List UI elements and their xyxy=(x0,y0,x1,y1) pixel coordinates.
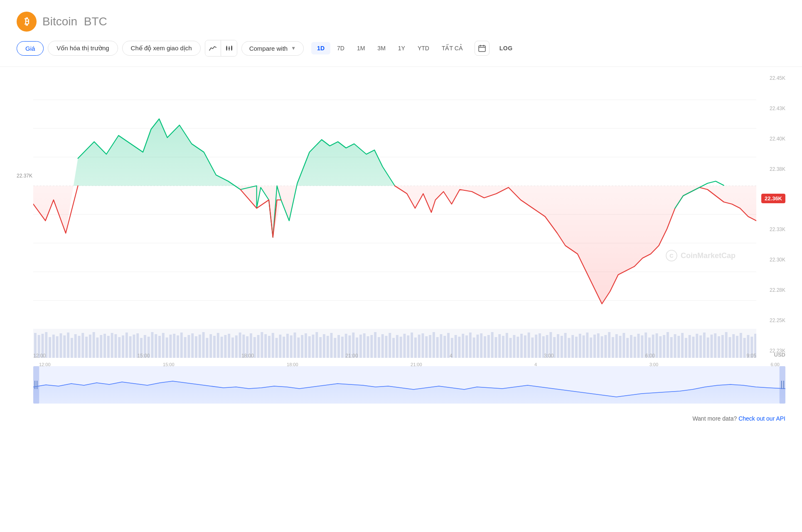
y-label-6: 22.30K xyxy=(756,257,785,263)
chevron-down-icon: ▼ xyxy=(291,45,296,51)
y-label-0: 22.45K xyxy=(756,75,785,81)
candlestick-chart-icon[interactable] xyxy=(221,40,237,56)
api-link[interactable]: Check out our API xyxy=(738,415,785,422)
y-axis: 22.45K 22.43K 22.40K 22.38K 22.35K 22.33… xyxy=(756,71,785,358)
overview-x-label-3: 21:00 xyxy=(411,362,422,367)
svg-rect-3 xyxy=(229,47,230,49)
x-label-1: 15:00 xyxy=(137,353,150,359)
period-ytd[interactable]: YTD xyxy=(412,42,435,54)
period-selector: 1D 7D 1M 3M 1Y YTD TẤT CẢ xyxy=(311,42,469,54)
compare-with-button[interactable]: Compare with ▼ xyxy=(241,41,304,56)
x-label-3: 21:00 xyxy=(345,353,358,359)
overview-chart-svg[interactable] xyxy=(33,366,785,404)
overview-x-label-6: 6:00 xyxy=(771,362,780,367)
x-axis: 12:00 15:00 18:00 21:00 4 3:00 6:00 9:05 xyxy=(33,353,756,359)
tab-price[interactable]: Giá xyxy=(17,41,44,56)
y-label-5: 22.33K xyxy=(756,227,785,232)
price-chart-svg: /* Volume bars rendered below */ xyxy=(33,71,756,358)
coin-title: Bitcoin BTC xyxy=(42,15,107,28)
overview-x-label-1: 15:00 xyxy=(163,362,175,367)
svg-rect-230 xyxy=(780,366,785,404)
x-label-2: 18:00 xyxy=(241,353,254,359)
y-label-8: 22.25K xyxy=(756,318,785,323)
y-label-2: 22.40K xyxy=(756,136,785,142)
log-button[interactable]: LOG xyxy=(494,42,519,54)
line-chart-icon[interactable] xyxy=(205,40,221,56)
overview-x-label-5: 3:00 xyxy=(649,362,658,367)
x-label-0: 12:00 xyxy=(33,353,46,359)
x-label-6: 6:00 xyxy=(645,353,655,359)
current-price-badge: 22.36K xyxy=(761,194,785,203)
x-label-5: 3:00 xyxy=(544,353,554,359)
period-7d[interactable]: 7D xyxy=(331,42,350,54)
footer-text: Want more data? xyxy=(692,415,737,422)
bitcoin-icon: ₿ xyxy=(17,12,37,32)
overview-x-label-2: 18:00 xyxy=(287,362,298,367)
period-3m[interactable]: 3M xyxy=(371,42,391,54)
svg-rect-6 xyxy=(231,46,232,50)
y-label-3: 22.38K xyxy=(756,166,785,172)
calendar-icon[interactable] xyxy=(475,41,490,56)
overview-x-label-0: 12:00 xyxy=(39,362,51,367)
period-1m[interactable]: 1M xyxy=(351,42,371,54)
overview-x-label-4: 4 xyxy=(534,362,537,367)
chart-toolbar: Giá Vốn hóa thị trường Chế độ xem giao d… xyxy=(0,40,802,67)
y-label-1: 22.43K xyxy=(756,106,785,111)
chart-wrapper: 22.37K 22.45K 22.43K 22.40K 22.38K 22.35… xyxy=(17,71,785,408)
chart-type-group xyxy=(205,40,237,57)
period-1d[interactable]: 1D xyxy=(311,42,330,54)
tab-trading-view[interactable]: Chế độ xem giao dịch xyxy=(122,41,201,56)
tab-market-cap[interactable]: Vốn hóa thị trường xyxy=(48,41,118,56)
svg-rect-0 xyxy=(226,47,227,50)
footer: Want more data? Check out our API xyxy=(0,408,802,429)
overview-x-axis: 12:00 15:00 18:00 21:00 4 3:00 6:00 xyxy=(33,362,785,367)
x-label-7: 9:05 xyxy=(747,353,756,359)
chart-area: 22.37K 22.45K 22.43K 22.40K 22.38K 22.35… xyxy=(0,71,802,408)
page-header: ₿ Bitcoin BTC xyxy=(0,0,802,40)
x-label-4: 4 xyxy=(450,353,453,359)
svg-rect-9 xyxy=(479,46,485,52)
currency-label: USD xyxy=(774,352,785,358)
period-1y[interactable]: 1Y xyxy=(392,42,411,54)
reference-price-label: 22.37K xyxy=(17,173,32,179)
period-all[interactable]: TẤT CẢ xyxy=(436,42,469,54)
svg-rect-227 xyxy=(33,366,39,404)
y-label-7: 22.28K xyxy=(756,287,785,293)
